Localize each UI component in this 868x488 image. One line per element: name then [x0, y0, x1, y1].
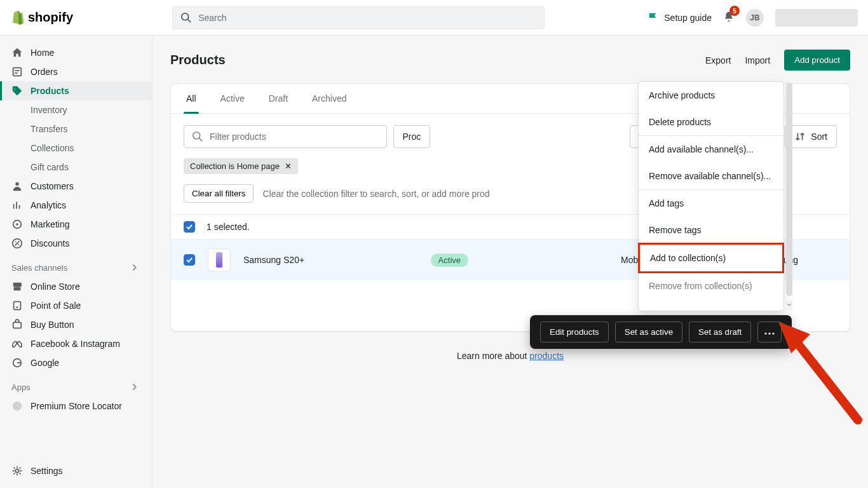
store-name-placeholder[interactable] [775, 9, 858, 27]
search-placeholder: Search [198, 13, 226, 23]
learn-more-link[interactable]: products [529, 351, 564, 361]
nav-products-label: Products [31, 86, 69, 96]
dd-remove-tags[interactable]: Remove tags [639, 217, 783, 243]
svg-point-16 [769, 332, 771, 334]
import-button[interactable]: Import [745, 55, 770, 65]
logo[interactable]: shopify [10, 10, 73, 25]
nav-analytics[interactable]: Analytics [0, 196, 152, 215]
app-premium-store-locator[interactable]: Premium Store Locator [0, 396, 152, 416]
sort-label: Sort [811, 132, 827, 142]
svg-point-12 [15, 469, 18, 472]
filter-placeholder: Filter products [210, 132, 266, 142]
bulk-set-draft-button[interactable]: Set as draft [689, 322, 751, 342]
scrollbar[interactable] [786, 83, 792, 296]
channel-buy-label: Buy Button [31, 320, 74, 330]
subnav-transfers-label: Transfers [31, 124, 68, 134]
bulk-edit-products-button[interactable]: Edit products [540, 322, 609, 342]
tab-active[interactable]: Active [218, 84, 247, 113]
tag-icon [11, 85, 23, 97]
clear-all-filters-button[interactable]: Clear all filters [184, 184, 254, 203]
analytics-icon [11, 200, 23, 211]
nav-settings[interactable]: Settings [0, 461, 152, 480]
nav-products[interactable]: Products [0, 81, 152, 100]
dd-archive-products[interactable]: Archive products [639, 82, 783, 109]
gear-icon [11, 465, 23, 477]
bulk-more-actions-button[interactable] [757, 322, 782, 342]
dd-delete-products[interactable]: Delete products [639, 109, 783, 135]
subnav-inventory[interactable]: Inventory [0, 100, 152, 119]
chevron-down-icon [787, 302, 792, 308]
channel-google[interactable]: Google [0, 353, 152, 372]
tab-archived[interactable]: Archived [309, 84, 349, 113]
close-icon[interactable]: ✕ [285, 161, 292, 171]
main-content: Products Export Import Add product All A… [153, 36, 868, 488]
product-name[interactable]: Samsung S20+ [243, 255, 415, 265]
nav-orders[interactable]: Orders [0, 62, 152, 81]
dd-remove-from-collections[interactable]: Remove from collection(s) [639, 273, 783, 292]
filter-products-input[interactable]: Filter products [184, 125, 387, 148]
product-vendor-filter[interactable]: Proc [393, 125, 431, 148]
channel-buy-button[interactable]: Buy Button [0, 315, 152, 334]
nav-marketing[interactable]: Marketing [0, 215, 152, 234]
nav-orders-label: Orders [31, 67, 58, 77]
clear-hint-text: Clear the collection filter to search, s… [262, 189, 489, 199]
status-badge: Active [431, 254, 468, 267]
subnav-inventory-label: Inventory [31, 105, 67, 115]
sales-channels-label: Sales channels [11, 263, 67, 273]
nav-discounts[interactable]: Discounts [0, 234, 152, 253]
bulk-set-active-button[interactable]: Set as active [615, 322, 682, 342]
ellipsis-icon [764, 332, 775, 335]
chevron-right-icon[interactable] [129, 381, 140, 393]
dd-add-to-collections[interactable]: Add to collection(s) [638, 243, 784, 273]
search-input[interactable]: Search [172, 6, 545, 29]
setup-guide[interactable]: Setup guide [648, 12, 712, 24]
user-icon [11, 180, 23, 192]
orders-icon [11, 66, 23, 78]
product-vendor-label: Proc [403, 132, 421, 142]
sidebar: Home Orders Products Inventory Transfers… [0, 36, 153, 488]
dd-add-channels[interactable]: Add available channel(s)... [639, 136, 783, 163]
sales-channels-header: Sales channels [0, 253, 152, 277]
check-icon [186, 223, 193, 231]
tab-draft[interactable]: Draft [266, 84, 290, 113]
dd-remove-channels[interactable]: Remove available channel(s)... [639, 163, 783, 189]
subnav-collections[interactable]: Collections [0, 139, 152, 158]
row-checkbox[interactable] [184, 254, 195, 266]
nav-home[interactable]: Home [0, 43, 152, 62]
export-button[interactable]: Export [705, 55, 731, 65]
pos-icon [11, 300, 23, 311]
subnav-collections-label: Collections [31, 143, 74, 153]
apps-label: Apps [11, 383, 31, 392]
svg-point-11 [13, 402, 22, 410]
apps-header: Apps [0, 372, 152, 396]
channel-fbig-label: Facebook & Instagram [31, 339, 120, 349]
search-icon [192, 131, 203, 142]
meta-icon [11, 338, 23, 349]
filter-chip[interactable]: Collection is Home page ✕ [184, 158, 298, 174]
scroll-down-button[interactable] [786, 300, 792, 310]
dd-add-tags[interactable]: Add tags [639, 190, 783, 217]
channel-pos[interactable]: Point of Sale [0, 296, 152, 315]
svg-point-13 [193, 132, 200, 139]
product-thumbnail [208, 248, 231, 271]
svg-point-15 [765, 332, 767, 334]
svg-rect-2 [13, 68, 22, 76]
sort-icon [794, 131, 806, 142]
app1-label: Premium Store Locator [31, 401, 122, 411]
avatar[interactable]: JB [746, 9, 764, 27]
learn-more-prefix: Learn more about [457, 351, 529, 361]
channel-online-store[interactable]: Online Store [0, 277, 152, 296]
subnav-gift-cards[interactable]: Gift cards [0, 158, 152, 177]
subnav-transfers[interactable]: Transfers [0, 119, 152, 139]
select-all-checkbox[interactable] [184, 221, 195, 233]
chevron-right-icon[interactable] [129, 262, 140, 273]
tab-all[interactable]: All [184, 84, 199, 113]
search-icon [180, 12, 192, 24]
channel-facebook-instagram[interactable]: Facebook & Instagram [0, 334, 152, 353]
add-product-button[interactable]: Add product [784, 50, 850, 71]
bulk-action-bar: Edit products Set as active Set as draft [530, 315, 792, 349]
nav-customers[interactable]: Customers [0, 177, 152, 196]
svg-rect-9 [13, 322, 22, 328]
notifications[interactable]: 5 [723, 11, 735, 24]
pin-icon [11, 400, 23, 412]
